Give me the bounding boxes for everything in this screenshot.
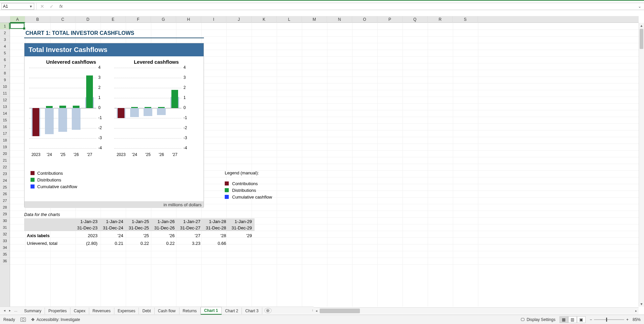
scroll-right-icon[interactable]: ▸	[633, 309, 639, 313]
column-header-cell[interactable]: F	[126, 16, 151, 23]
column-header-cell[interactable]: B	[25, 16, 50, 23]
sheet-tab[interactable]: Chart 2	[222, 308, 242, 314]
zoom-label[interactable]: 85%	[633, 317, 641, 322]
row-header-cell[interactable]: 8	[0, 70, 10, 76]
scroll-thumb[interactable]	[640, 29, 643, 49]
row-header-cell[interactable]: 31	[0, 224, 10, 231]
sheet-tab[interactable]: Properties	[45, 308, 70, 314]
column-header-cell[interactable]: R	[428, 16, 453, 23]
row-header-cell[interactable]: 26	[0, 191, 10, 197]
tab-last-icon[interactable]: ▸	[7, 309, 12, 312]
tab-first-icon[interactable]: ◂	[2, 309, 7, 312]
page-break-view-button[interactable]: ▣	[577, 316, 586, 323]
column-header-cell[interactable]: N	[327, 16, 352, 23]
row-header-cell[interactable]: 23	[0, 170, 10, 177]
zoom-thumb[interactable]	[606, 318, 607, 322]
column-header-cell[interactable]: E	[101, 16, 126, 23]
fx-icon[interactable]: fx	[57, 3, 65, 10]
column-header-cell[interactable]: C	[50, 16, 75, 23]
zoom-in-button[interactable]: +	[626, 317, 629, 322]
row-header-cell[interactable]: 33	[0, 237, 10, 244]
row-header-cell[interactable]: 6	[0, 56, 10, 63]
sheet-tab[interactable]: Returns	[179, 308, 201, 314]
horizontal-scrollbar[interactable]: ◂ ▸	[314, 307, 639, 314]
tab-ellipsis[interactable]: …	[13, 309, 19, 312]
chevron-down-icon[interactable]: ▾	[29, 4, 33, 9]
chart-object[interactable]: Total Investor Cashflows Unlevered cashf…	[24, 43, 204, 207]
formula-input[interactable]	[67, 3, 635, 10]
column-header-cell[interactable]: L	[277, 16, 302, 23]
sheet-tab[interactable]: Chart 3	[242, 308, 262, 314]
name-box[interactable]: A1 ▾	[1, 3, 34, 10]
cell-grid[interactable]: CHART 1: TOTAL INVESTOR CASHFLOWS Total …	[10, 23, 639, 307]
row-header-cell[interactable]: 27	[0, 197, 10, 204]
tab-nav[interactable]: ◂ ▸ …	[0, 309, 21, 312]
column-header-cell[interactable]: D	[75, 16, 101, 23]
row-header-cell[interactable]: 5	[0, 50, 10, 56]
row-header-cell[interactable]: 21	[0, 157, 10, 164]
column-header-cell[interactable]: K	[252, 16, 277, 23]
row-header-cell[interactable]: 12	[0, 97, 10, 103]
row-header-cell[interactable]: 25	[0, 184, 10, 191]
column-header-cell[interactable]: Q	[402, 16, 428, 23]
sheet-tab[interactable]: Revenues	[89, 308, 114, 314]
vertical-scrollbar[interactable]: ▲ ▼	[639, 23, 644, 307]
row-header-cell[interactable]: 34	[0, 244, 10, 251]
sheet-tab[interactable]: Capex	[70, 308, 89, 314]
scroll-down-icon[interactable]: ▼	[639, 301, 644, 307]
row-header-cell[interactable]: 36	[0, 258, 10, 264]
column-header-cell[interactable]: I	[201, 16, 226, 23]
row-header-cell[interactable]: 32	[0, 231, 10, 237]
column-header[interactable]: ABCDEFGHIJKLMNOPQRS	[0, 16, 639, 23]
row-header-cell[interactable]: 11	[0, 90, 10, 97]
column-header-cell[interactable]: S	[453, 16, 478, 23]
row-header-cell[interactable]: 14	[0, 110, 10, 117]
column-header-cell[interactable]: O	[352, 16, 377, 23]
row-header-cell[interactable]: 1	[0, 23, 10, 30]
scroll-up-icon[interactable]: ▲	[639, 23, 644, 28]
sheet-tab[interactable]: Summary	[21, 308, 45, 314]
row-header-cell[interactable]: 16	[0, 123, 10, 130]
row-header-cell[interactable]: 9	[0, 76, 10, 83]
column-header-cell[interactable]: J	[226, 16, 252, 23]
row-header-cell[interactable]: 22	[0, 164, 10, 170]
zoom-track[interactable]	[594, 319, 624, 320]
column-header-cell[interactable]: A	[10, 16, 25, 23]
row-header-cell[interactable]: 29	[0, 211, 10, 217]
row-header-cell[interactable]: 20	[0, 150, 10, 157]
row-header-cell[interactable]: 13	[0, 103, 10, 110]
row-header-cell[interactable]: 24	[0, 177, 10, 184]
sheet-tab[interactable]: Chart 1	[201, 307, 222, 315]
macro-record-icon[interactable]	[20, 318, 26, 322]
row-header-cell[interactable]: 18	[0, 137, 10, 144]
row-header-cell[interactable]: 35	[0, 251, 10, 258]
scroll-left-icon[interactable]: ◂	[314, 309, 319, 313]
row-header[interactable]: 1234567891011121314151617181920212223242…	[0, 23, 10, 307]
row-header-cell[interactable]: 7	[0, 63, 10, 70]
row-header-cell[interactable]: 3	[0, 36, 10, 43]
row-header-cell[interactable]: 17	[0, 130, 10, 137]
sheet-tab[interactable]: Debt	[139, 308, 154, 314]
scroll-thumb[interactable]	[320, 309, 360, 313]
accessibility-status[interactable]: ✥ Accessibility: Investigate	[31, 317, 80, 322]
zoom-slider[interactable]: − +	[590, 317, 629, 322]
column-header-cell[interactable]: G	[151, 16, 176, 23]
column-header-cell[interactable]: M	[302, 16, 327, 23]
sheet-tab[interactable]: Expenses	[114, 308, 139, 314]
zoom-out-button[interactable]: −	[590, 317, 592, 322]
row-header-cell[interactable]: 2	[0, 30, 10, 36]
row-header-cell[interactable]: 10	[0, 83, 10, 90]
expand-formula-bar-icon[interactable]: ⌄	[637, 4, 643, 9]
sheet-tab[interactable]: Cash flow	[155, 308, 179, 314]
row-header-cell[interactable]: 15	[0, 117, 10, 123]
row-header-cell[interactable]: 4	[0, 43, 10, 50]
page-layout-view-button[interactable]: ▥	[568, 316, 577, 323]
row-header-cell[interactable]: 19	[0, 144, 10, 150]
row-header-cell[interactable]: 30	[0, 217, 10, 224]
add-sheet-button[interactable]: ⊕	[264, 308, 272, 313]
column-header-cell[interactable]: P	[377, 16, 402, 23]
column-header-cell[interactable]: H	[176, 16, 201, 23]
row-header-cell[interactable]: 28	[0, 204, 10, 211]
normal-view-button[interactable]: ▦	[559, 316, 568, 323]
display-settings-button[interactable]: 🖵 Display Settings	[521, 317, 555, 322]
